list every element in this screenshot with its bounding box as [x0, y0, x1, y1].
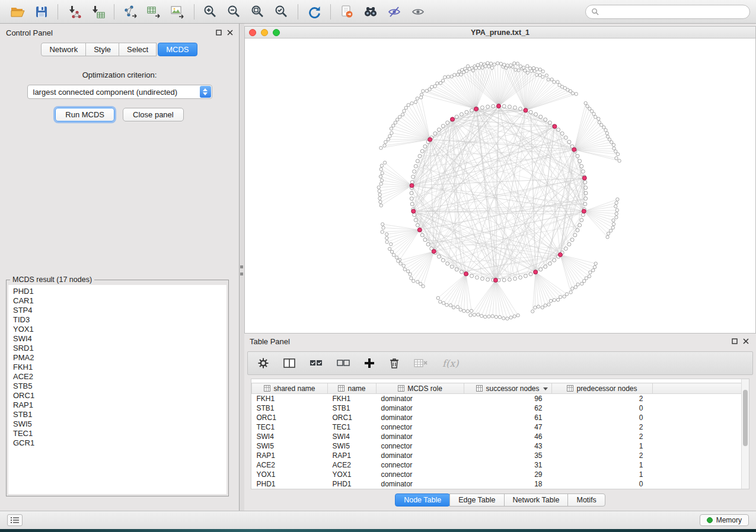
- graph-node[interactable]: [465, 110, 468, 114]
- graph-node[interactable]: [480, 62, 483, 65]
- graph-node[interactable]: [477, 313, 480, 316]
- graph-node[interactable]: [495, 315, 497, 318]
- graph-node[interactable]: [384, 140, 387, 143]
- graph-node[interactable]: [410, 202, 414, 206]
- column-header-name[interactable]: name: [328, 383, 377, 394]
- graph-node[interactable]: [439, 81, 442, 84]
- hide-graphics-details-button[interactable]: [382, 2, 406, 21]
- graph-node[interactable]: [598, 121, 601, 124]
- list-item[interactable]: SWI5: [8, 419, 227, 429]
- graph-node[interactable]: [395, 118, 398, 121]
- mcds-dominator-node[interactable]: [412, 209, 416, 213]
- graph-node[interactable]: [583, 202, 587, 206]
- graph-node[interactable]: [390, 250, 393, 253]
- list-item[interactable]: CAR1: [8, 296, 227, 306]
- splitter-handle-icon[interactable]: [240, 265, 243, 268]
- graph-node[interactable]: [416, 97, 419, 100]
- close-panel-icon[interactable]: [227, 30, 233, 36]
- graph-node[interactable]: [422, 89, 425, 92]
- graph-node[interactable]: [513, 277, 517, 280]
- graph-node[interactable]: [406, 270, 409, 273]
- delete-columns-button[interactable]: [389, 357, 400, 369]
- graph-node[interactable]: [466, 310, 469, 313]
- graph-node[interactable]: [390, 127, 393, 130]
- graph-node[interactable]: [544, 118, 547, 121]
- graph-node[interactable]: [416, 159, 419, 163]
- graph-node[interactable]: [487, 315, 490, 318]
- graph-node[interactable]: [449, 304, 452, 307]
- function-builder-button[interactable]: f(x): [442, 358, 458, 369]
- graph-node[interactable]: [594, 116, 596, 118]
- graph-node[interactable]: [493, 63, 496, 66]
- graph-node[interactable]: [592, 269, 595, 272]
- graph-node[interactable]: [582, 280, 585, 283]
- unselect-all-button[interactable]: [337, 358, 350, 368]
- graph-node[interactable]: [481, 66, 484, 69]
- tab-network[interactable]: Network: [41, 43, 86, 56]
- graph-node[interactable]: [508, 105, 511, 108]
- graph-node[interactable]: [401, 113, 404, 116]
- create-column-button[interactable]: [364, 358, 375, 368]
- graph-node[interactable]: [583, 181, 587, 184]
- list-item[interactable]: ACE2: [8, 372, 227, 382]
- import-table-button[interactable]: [86, 2, 110, 21]
- graph-node[interactable]: [437, 128, 441, 132]
- graph-node[interactable]: [519, 107, 522, 111]
- graph-node[interactable]: [499, 62, 502, 65]
- graph-node[interactable]: [381, 230, 384, 233]
- list-item[interactable]: PHD1: [8, 285, 227, 296]
- graph-node[interactable]: [548, 121, 551, 124]
- graph-node[interactable]: [465, 69, 468, 72]
- graph-node[interactable]: [419, 282, 422, 285]
- graph-node[interactable]: [535, 73, 538, 76]
- graph-node[interactable]: [547, 78, 550, 81]
- tab-motifs[interactable]: Motifs: [567, 493, 605, 507]
- graph-node[interactable]: [433, 132, 437, 135]
- list-item[interactable]: GCR1: [8, 438, 227, 448]
- panel-splitter[interactable]: [240, 24, 244, 511]
- graph-node[interactable]: [379, 200, 382, 203]
- graph-node[interactable]: [547, 303, 550, 306]
- graph-node[interactable]: [513, 315, 516, 318]
- float-panel-icon[interactable]: [732, 338, 738, 344]
- graph-node[interactable]: [593, 265, 596, 268]
- graph-node[interactable]: [385, 236, 388, 239]
- graph-node[interactable]: [392, 124, 395, 127]
- graph-node[interactable]: [538, 68, 541, 71]
- graph-node[interactable]: [379, 182, 382, 185]
- mcds-result-list[interactable]: PHD1CAR1STP4TID3YOX1SWI4SRD1PMA2FKH1ACE2…: [8, 285, 227, 494]
- graph-node[interactable]: [613, 147, 615, 150]
- mcds-dominator-node[interactable]: [558, 252, 562, 257]
- mcds-dominator-node[interactable]: [464, 272, 468, 276]
- graph-node[interactable]: [564, 247, 567, 251]
- graph-node[interactable]: [379, 204, 382, 207]
- graph-node[interactable]: [567, 140, 571, 144]
- scrollbar-thumb[interactable]: [743, 390, 748, 446]
- graph-node[interactable]: [412, 280, 415, 283]
- list-item[interactable]: SRD1: [8, 344, 227, 353]
- graph-node[interactable]: [610, 140, 613, 143]
- graph-node[interactable]: [484, 315, 487, 318]
- graph-node[interactable]: [616, 198, 619, 201]
- graph-node[interactable]: [584, 197, 588, 200]
- export-table-button[interactable]: [142, 2, 166, 21]
- graph-node[interactable]: [469, 313, 472, 316]
- graph-node[interactable]: [486, 105, 490, 108]
- graph-node[interactable]: [612, 219, 615, 222]
- select-all-button[interactable]: [310, 358, 323, 368]
- graph-node[interactable]: [392, 254, 395, 257]
- graph-node[interactable]: [397, 259, 400, 262]
- graph-node[interactable]: [484, 65, 487, 68]
- graph-node[interactable]: [584, 186, 588, 190]
- graph-node[interactable]: [557, 128, 560, 132]
- graph-node[interactable]: [567, 242, 571, 246]
- graph-node[interactable]: [410, 277, 413, 280]
- graph-node[interactable]: [452, 306, 455, 309]
- graph-node[interactable]: [537, 305, 540, 308]
- graph-node[interactable]: [576, 154, 579, 158]
- mcds-dominator-node[interactable]: [582, 176, 586, 180]
- float-panel-icon[interactable]: [216, 30, 222, 36]
- graph-node[interactable]: [588, 275, 591, 278]
- graph-node[interactable]: [502, 278, 506, 282]
- graph-node[interactable]: [402, 264, 405, 267]
